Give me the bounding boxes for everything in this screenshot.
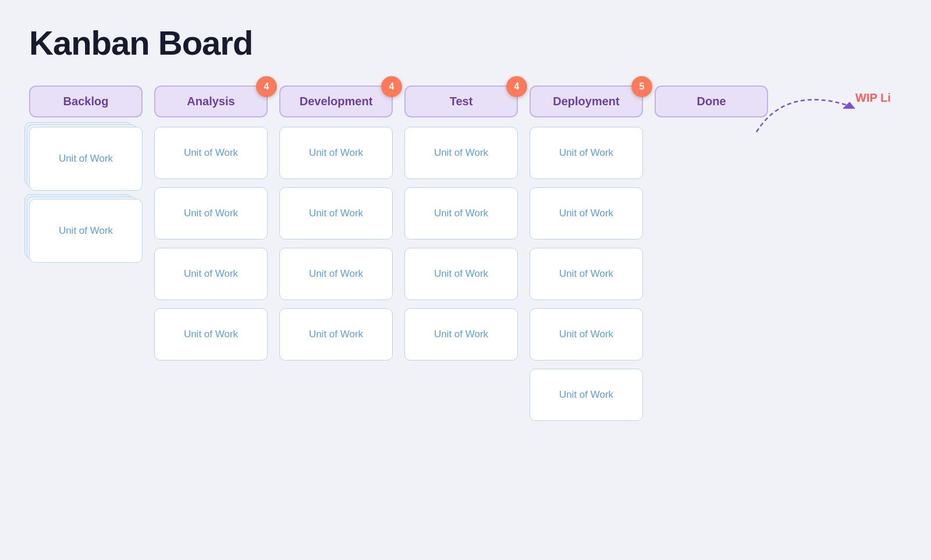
unit-of-work-card[interactable]: Unit of Work (404, 187, 518, 240)
column-backlog: BacklogUnit of WorkUnit of Work (29, 85, 143, 263)
unit-of-work-card[interactable]: Unit of Work (530, 369, 643, 421)
column-header-analysis: Analysis4 (154, 85, 268, 117)
cards-container-analysis: Unit of WorkUnit of WorkUnit of WorkUnit… (154, 127, 268, 361)
stacked-card-group: Unit of Work (29, 199, 143, 263)
column-header-development: Development4 (279, 85, 393, 117)
stacked-card-group: Unit of Work (29, 127, 143, 191)
wip-badge-analysis: 4 (256, 76, 277, 97)
column-label-test: Test (450, 95, 473, 108)
column-label-analysis: Analysis (187, 95, 234, 108)
unit-of-work-card[interactable]: Unit of Work (404, 248, 518, 300)
unit-of-work-card[interactable]: Unit of Work (154, 127, 268, 179)
column-done: Done (655, 85, 768, 127)
unit-of-work-card[interactable]: Unit of Work (279, 308, 393, 361)
column-label-done: Done (697, 95, 726, 108)
unit-of-work-card[interactable]: Unit of Work (530, 308, 643, 361)
column-deployment: Deployment5Unit of WorkUnit of WorkUnit … (530, 85, 643, 421)
column-header-done: Done (655, 85, 768, 117)
kanban-board: BacklogUnit of WorkUnit of WorkAnalysis4… (29, 85, 902, 421)
wip-badge-test: 4 (506, 76, 527, 97)
unit-of-work-card[interactable]: Unit of Work (279, 248, 393, 300)
card-front[interactable]: Unit of Work (29, 127, 143, 191)
wip-badge-deployment: 5 (631, 76, 652, 97)
unit-of-work-card[interactable]: Unit of Work (404, 308, 518, 361)
unit-of-work-card[interactable]: Unit of Work (279, 187, 393, 240)
column-label-deployment: Deployment (553, 95, 619, 108)
column-label-development: Development (300, 95, 373, 108)
column-label-backlog: Backlog (63, 95, 109, 108)
unit-of-work-card[interactable]: Unit of Work (404, 127, 518, 179)
unit-of-work-card[interactable]: Unit of Work (154, 308, 268, 361)
unit-of-work-card[interactable]: Unit of Work (154, 187, 268, 240)
column-development: Development4Unit of WorkUnit of WorkUnit… (279, 85, 393, 361)
cards-container-test: Unit of WorkUnit of WorkUnit of WorkUnit… (404, 127, 518, 361)
cards-container-deployment: Unit of WorkUnit of WorkUnit of WorkUnit… (530, 127, 643, 421)
unit-of-work-card[interactable]: Unit of Work (530, 127, 643, 179)
column-header-backlog: Backlog (29, 85, 143, 117)
card-front[interactable]: Unit of Work (29, 199, 143, 263)
unit-of-work-card[interactable]: Unit of Work (530, 248, 643, 300)
unit-of-work-card[interactable]: Unit of Work (154, 248, 268, 300)
backlog-stack: Unit of WorkUnit of Work (29, 127, 143, 263)
page-title: Kanban Board (29, 23, 902, 62)
unit-of-work-card[interactable]: Unit of Work (279, 127, 393, 179)
column-test: Test4Unit of WorkUnit of WorkUnit of Wor… (404, 85, 518, 361)
wip-badge-development: 4 (381, 76, 402, 97)
cards-container-development: Unit of WorkUnit of WorkUnit of WorkUnit… (279, 127, 393, 361)
unit-of-work-card[interactable]: Unit of Work (530, 187, 643, 240)
column-header-deployment: Deployment5 (530, 85, 643, 117)
column-analysis: Analysis4Unit of WorkUnit of WorkUnit of… (154, 85, 268, 361)
board-wrapper: WIP Limit BacklogUnit of WorkUnit of Wor… (29, 85, 902, 421)
column-header-test: Test4 (404, 85, 518, 117)
